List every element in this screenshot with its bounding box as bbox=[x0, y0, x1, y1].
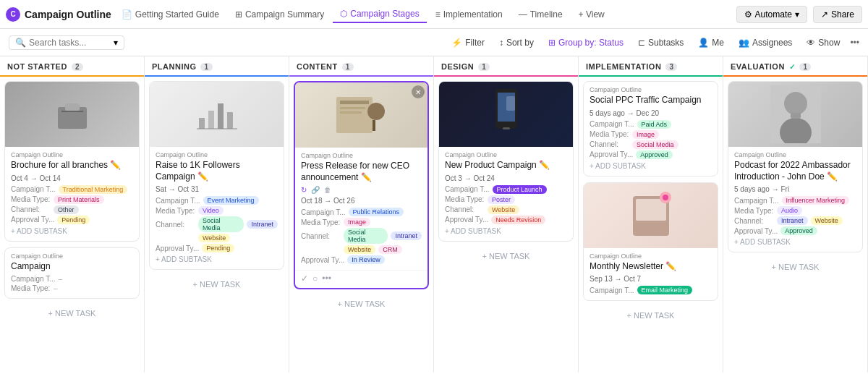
tag-intranet-raise: Intranet bbox=[247, 220, 278, 229]
add-subtask-podcast[interactable]: + ADD SUBTASK bbox=[734, 237, 856, 247]
card-channel-product: Channel: Website bbox=[445, 205, 567, 214]
card-title-raise: Raise to 1K Followers Campaign ✏️ bbox=[156, 160, 278, 182]
column-header-implementation: IMPLEMENTATION 3 bbox=[579, 56, 723, 77]
column-implementation: IMPLEMENTATION 3 Campaign Outline Social… bbox=[579, 56, 723, 373]
top-bar-right: ⚙ Automate ▾ ↗ Share bbox=[736, 6, 862, 23]
column-design: DESIGN 1 Campaign Outline New Product Ca… bbox=[434, 56, 579, 373]
subtasks-button[interactable]: ⊏ Subtasks bbox=[634, 36, 688, 49]
tab-campaign-stages[interactable]: ⬡ Campaign Stages bbox=[333, 6, 426, 23]
card-brochure[interactable]: Campaign Outline Brochure for all branch… bbox=[4, 81, 140, 242]
tag-website-press: Website bbox=[344, 245, 375, 254]
svg-rect-16 bbox=[503, 127, 510, 129]
tag-social-media-raise: Social Media bbox=[198, 216, 244, 232]
card-title-press: Press Release for new CEO announcement ✏… bbox=[301, 161, 422, 183]
card-approval-ppc: Approval Ty... Approved bbox=[590, 150, 712, 159]
add-subtask-ppc[interactable]: + ADD SUBTASK bbox=[590, 161, 712, 171]
card-dates-product: Oct 3 → Oct 24 bbox=[445, 174, 567, 182]
action-circle[interactable]: ○ bbox=[312, 273, 318, 284]
tab-campaign-summary[interactable]: ⊞ Campaign Summary bbox=[228, 7, 331, 22]
tag-pending: Pending bbox=[57, 216, 90, 224]
svg-point-12 bbox=[367, 103, 385, 120]
share-icon: ↗ bbox=[821, 9, 828, 20]
column-header-not-started: NOT STARTED 2 bbox=[0, 56, 144, 77]
more-options-button[interactable]: ••• bbox=[850, 38, 859, 48]
svg-rect-9 bbox=[340, 101, 369, 104]
tab-timeline[interactable]: — Timeline bbox=[511, 7, 570, 22]
card-title-product: New Product Campaign ✏️ bbox=[445, 160, 567, 171]
add-subtask-product[interactable]: + ADD SUBTASK bbox=[445, 226, 567, 237]
new-task-design[interactable]: + NEW TASK bbox=[438, 247, 574, 265]
card-body-ppc: Campaign Outline Social PPC Traffic Camp… bbox=[584, 82, 718, 176]
card-title-podcast: Podcast for 2022 Ambassador Introduction… bbox=[734, 160, 856, 182]
filter-button[interactable]: ⚡ Filter bbox=[447, 36, 489, 49]
group-by-button[interactable]: ⊞ Group by: Status bbox=[544, 36, 628, 49]
new-task-evaluation[interactable]: + NEW TASK bbox=[728, 258, 863, 276]
tag-print-materials: Print Materials bbox=[54, 195, 104, 204]
card-meta-podcast: Campaign Outline bbox=[734, 151, 856, 158]
add-subtask-brochure[interactable]: + ADD SUBTASK bbox=[11, 226, 133, 237]
card-body-newsletter: Campaign Outline Monthly Newsletter ✏️ S… bbox=[584, 248, 718, 301]
card-meta-campaign: Campaign Outline bbox=[11, 252, 133, 260]
column-count-design: 1 bbox=[478, 63, 490, 71]
card-newsletter[interactable]: Campaign Outline Monthly Newsletter ✏️ S… bbox=[583, 182, 718, 302]
card-product[interactable]: Campaign Outline New Product Campaign ✏️… bbox=[438, 81, 574, 242]
me-button[interactable]: 👤 Me bbox=[694, 36, 728, 49]
card-campaign-type-row2: Campaign T... – bbox=[11, 275, 133, 283]
card-raise[interactable]: Campaign Outline Raise to 1K Followers C… bbox=[149, 81, 284, 270]
card-meta-press: Campaign Outline bbox=[301, 152, 422, 159]
card-media-type-row2: Media Type: – bbox=[11, 284, 133, 292]
column-header-evaluation: EVALUATION ✓ 1 bbox=[723, 56, 867, 77]
tag-product-launch: Product Launch bbox=[493, 185, 547, 194]
tab-add-view[interactable]: + View bbox=[571, 7, 612, 22]
svg-rect-3 bbox=[199, 118, 205, 129]
assignees-button[interactable]: 👥 Assignees bbox=[734, 36, 796, 49]
card-ppc[interactable]: Campaign Outline Social PPC Traffic Camp… bbox=[583, 81, 718, 177]
card-body-brochure: Campaign Outline Brochure for all branch… bbox=[5, 147, 139, 241]
card-actions-row: ↻ 🔗 🗑 bbox=[301, 186, 422, 194]
card-channel-row: Channel: Other bbox=[11, 205, 133, 214]
card-dates-ppc: 5 days ago → Dec 20 bbox=[590, 109, 712, 117]
search-box[interactable]: 🔍 ▾ bbox=[9, 35, 124, 50]
tag-poster: Poster bbox=[488, 195, 515, 204]
automate-button[interactable]: ⚙ Automate ▾ bbox=[736, 6, 807, 23]
column-header-design: DESIGN 1 bbox=[434, 56, 578, 77]
card-title-ppc: Social PPC Traffic Campaign bbox=[590, 95, 712, 106]
search-input[interactable] bbox=[29, 38, 111, 48]
column-body-implementation: Campaign Outline Social PPC Traffic Camp… bbox=[579, 77, 723, 373]
svg-rect-1 bbox=[65, 103, 80, 111]
card-campaign-type-newsletter: Campaign T... Email Marketing bbox=[590, 286, 712, 294]
column-body-not-started: Campaign Outline Brochure for all branch… bbox=[0, 77, 144, 373]
card-body-press: Campaign Outline Press Release for new C… bbox=[295, 148, 427, 270]
tab-implementation[interactable]: ≡ Implementation bbox=[428, 7, 510, 22]
show-button[interactable]: 👁 Show bbox=[802, 36, 844, 49]
new-task-content[interactable]: + NEW TASK bbox=[294, 295, 429, 313]
column-title-design: DESIGN 1 bbox=[441, 62, 571, 71]
card-media-type-product: Media Type: Poster bbox=[445, 195, 567, 204]
new-task-planning[interactable]: + NEW TASK bbox=[149, 276, 284, 293]
tag-social-media-ppc: Social Media bbox=[632, 140, 678, 149]
card-media-type-raise: Media Type: Video bbox=[156, 206, 278, 215]
sort-by-button[interactable]: ↕ Sort by bbox=[495, 36, 538, 49]
tag-public-relations: Public Relations bbox=[349, 208, 404, 216]
tag-approved-ppc: Approved bbox=[636, 150, 673, 159]
card-podcast[interactable]: Campaign Outline Podcast for 2022 Ambass… bbox=[728, 81, 863, 252]
share-button[interactable]: ↗ Share bbox=[813, 6, 862, 23]
column-header-planning: PLANNING 1 bbox=[145, 56, 289, 77]
action-check[interactable]: ✓ bbox=[301, 273, 308, 284]
column-evaluation: EVALUATION ✓ 1 Campaign Outline Podcast bbox=[723, 56, 868, 373]
action-dots[interactable]: ••• bbox=[322, 273, 331, 284]
new-task-not-started[interactable]: + NEW TASK bbox=[4, 305, 140, 322]
card-body-campaign: Campaign Outline Campaign Campaign T... … bbox=[5, 248, 139, 299]
add-subtask-raise[interactable]: + ADD SUBTASK bbox=[156, 254, 278, 265]
card-close-overlay[interactable]: ✕ bbox=[412, 85, 425, 98]
assignees-icon: 👥 bbox=[739, 38, 749, 48]
tag-other: Other bbox=[54, 205, 79, 214]
tab-getting-started[interactable]: 📄 Getting Started Guide bbox=[114, 7, 226, 22]
card-channel-press: Channel: Social Media Intranet bbox=[301, 228, 422, 244]
card-campaign[interactable]: Campaign Outline Campaign Campaign T... … bbox=[4, 247, 140, 299]
new-task-implementation[interactable]: + NEW TASK bbox=[583, 307, 718, 324]
nav-tabs: 📄 Getting Started Guide ⊞ Campaign Summa… bbox=[114, 6, 733, 23]
card-media-type-ppc: Media Type: Image bbox=[590, 130, 712, 139]
card-press[interactable]: ✕ Campaign Outline Press Release for new… bbox=[294, 81, 429, 289]
card-image-bag bbox=[5, 82, 139, 147]
